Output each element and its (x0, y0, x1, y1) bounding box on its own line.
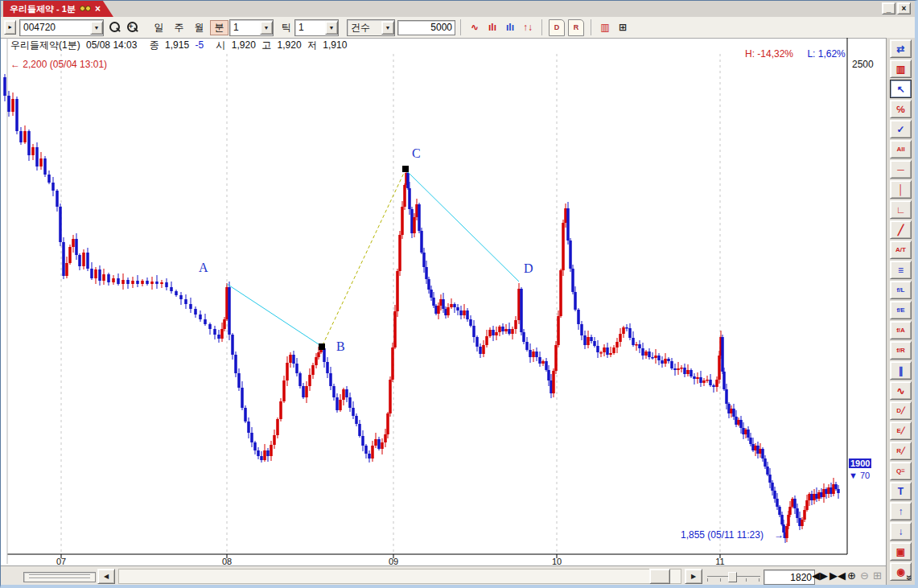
change-value: -5 (195, 39, 204, 51)
e-hatch-icon[interactable]: E╱ (890, 421, 912, 440)
scroll-right-button[interactable]: ▶ (685, 569, 702, 584)
range-slider-thumb[interactable] (728, 572, 737, 582)
high-annotation-text: 2,200 (05/04 13:01) (23, 59, 107, 70)
zoom-out-icon[interactable]: ⊖ (860, 569, 869, 582)
l-value: 1,62% (818, 48, 846, 60)
close-label: 종 (150, 39, 159, 51)
point-label-B: B (336, 339, 345, 354)
more-tools-chevron-icon[interactable]: » (904, 575, 916, 581)
app-window: 우리들제약 - 1분 × _ × ▸ 004720 ▼ + 일주월분 1 ▼ 틱… (0, 0, 918, 588)
arrow-up-icon[interactable]: ↑ (890, 502, 912, 520)
close-button[interactable]: × (897, 2, 911, 14)
fibonacci-retrace-icon[interactable]: f/R (890, 341, 912, 360)
chart-settings-icon[interactable]: ▥ (890, 60, 912, 78)
range-slider[interactable] (707, 570, 760, 583)
zigzag-icon[interactable]: ∿ (890, 381, 912, 400)
cursor-icon[interactable]: ↖ (890, 80, 912, 98)
text-note-icon[interactable]: A/T (890, 241, 912, 259)
collapse-horizontal-icon[interactable]: ▶◀ (829, 569, 846, 582)
quote-datetime: 05/08 14:03 (86, 39, 137, 51)
range-input[interactable] (764, 569, 815, 585)
scrollbar-thumb[interactable] (649, 569, 670, 584)
expand-horizontal-icon[interactable]: ◀▶ (812, 569, 828, 582)
r-hatch-icon[interactable]: R╱ (890, 442, 912, 460)
low-label: 저 (307, 39, 317, 51)
multi-lines-icon[interactable]: ≡ (890, 261, 912, 279)
zoom-in-icon[interactable]: ⊕ (847, 569, 856, 582)
scrollbar-track[interactable] (118, 569, 681, 584)
current-price-tag: 1900 (849, 458, 871, 468)
low-annotation-text: 1,855 (05/11 11:23) (681, 529, 764, 541)
y-axis-top-label: 2500 (852, 59, 874, 70)
point-label-C: C (412, 146, 421, 161)
grid-icon[interactable]: ⊞ (873, 569, 882, 582)
text-tool-icon[interactable]: T (890, 482, 912, 500)
fibonacci-lines-icon[interactable]: f/L (890, 281, 912, 299)
l-label: L: (807, 48, 815, 60)
compare-cp-icon[interactable]: ℅ (890, 100, 912, 118)
parallel-lines-icon[interactable]: ∥ (890, 361, 912, 380)
stock-name: 우리들제약(1분) (10, 39, 80, 51)
high-value: 1,920 (278, 39, 302, 51)
high-annotation: ← 2,200 (05/04 13:01) (10, 59, 107, 70)
high-label: 고 (261, 39, 271, 51)
h-value: -14,32% (757, 48, 793, 60)
low-annotation: 1,855 (05/11 11:23) → (681, 529, 784, 541)
arrow-down-icon[interactable]: ↓ (890, 522, 912, 541)
low-value: 1,910 (323, 39, 347, 51)
erase-all-icon[interactable]: All (890, 140, 912, 158)
fibonacci-ellipse-icon[interactable]: f/E (890, 301, 912, 319)
open-label: 시 (216, 39, 226, 51)
bottom-scroll-bar: ◀ ▶ ◀▶▶◀⊕⊖⊞⊠ (1, 565, 887, 586)
fan-lines-icon[interactable]: f/A (890, 321, 912, 339)
price-change-label: ▼ 70 (849, 471, 870, 480)
point-label-A: A (199, 261, 208, 275)
angle-line-icon[interactable]: ∟ (890, 200, 912, 219)
drawing-tool-sidebar: ⇄▥↖℅✓All─│∟╱A/T≡f/Lf/Ef/Af/R∥∿D╱E╱R╱Q≡T↑… (886, 38, 915, 586)
square-marker-icon[interactable]: ▣ (890, 542, 912, 561)
d-hatch-icon[interactable]: D╱ (890, 401, 912, 420)
candlestick-chart (1, 1, 888, 586)
point-label-D: D (524, 261, 533, 276)
splitter-grip[interactable] (23, 572, 96, 582)
quote-box-icon[interactable]: Q≡ (890, 462, 912, 480)
right-arrow-icon: → (774, 529, 784, 541)
trend-line-icon[interactable]: ╱ (890, 220, 912, 239)
h-label: H: (745, 48, 755, 60)
horizontal-line-icon[interactable]: ─ (890, 160, 912, 179)
close-value: 1,915 (165, 39, 189, 51)
vertical-line-icon[interactable]: │ (890, 180, 912, 199)
open-value: 1,920 (232, 39, 256, 51)
high-low-percent: H: -14,32% L: 1,62% (745, 48, 846, 60)
erase-select-icon[interactable]: ✓ (890, 120, 912, 138)
refresh-icon[interactable]: ⇄ (890, 39, 912, 58)
scroll-left-button[interactable]: ◀ (97, 569, 115, 584)
quote-info-row: 우리들제약(1분) 05/08 14:03 종 1,915 -5 시 1,920… (10, 39, 350, 52)
left-arrow-icon: ← (10, 59, 20, 70)
